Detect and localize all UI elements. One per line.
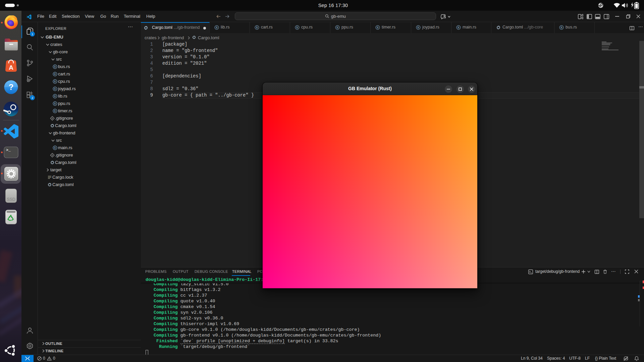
svg-text:R: R [560, 26, 562, 29]
svg-text:R: R [216, 26, 218, 29]
svg-text:?: ? [9, 82, 14, 92]
svg-text:R: R [296, 26, 298, 29]
svg-text:>_: >_ [6, 148, 11, 152]
svg-text:R: R [256, 26, 258, 29]
svg-text:R: R [336, 26, 338, 29]
svg-text:SSD: SSD [7, 197, 15, 202]
svg-text:R: R [417, 26, 419, 29]
svg-text:R: R [377, 26, 379, 29]
svg-text:R: R [458, 26, 460, 29]
svg-text:A: A [9, 64, 13, 71]
